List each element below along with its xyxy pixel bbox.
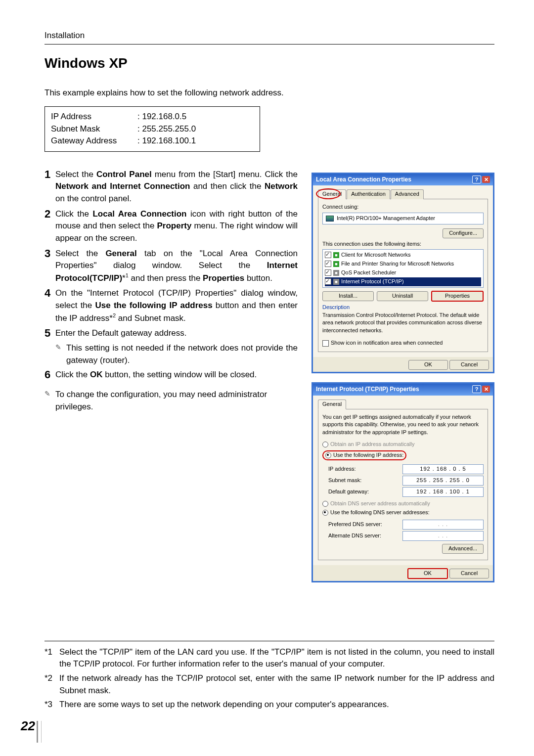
note-icon: ✎	[55, 342, 66, 366]
cancel-button[interactable]: Cancel	[449, 360, 489, 370]
intro-text: This example explains how to set the fol…	[44, 87, 494, 99]
footnotes: *1Select the "TCP/IP" item of the LAN ca…	[44, 641, 494, 711]
step-body: Enter the Default gateway address.	[55, 327, 298, 340]
fn-text: If the network already has the TCP/IP pr…	[59, 672, 494, 697]
step-num: 3	[44, 248, 55, 285]
step-body: Click the OK button, the setting window …	[55, 369, 298, 381]
step-body: Click the Local Area Connection icon wit…	[55, 208, 298, 245]
advanced-button[interactable]: Advanced...	[442, 544, 484, 554]
items-label: This connection uses the following items…	[322, 240, 484, 248]
help-icon[interactable]: ?	[472, 385, 481, 393]
step-body: Select the General tab on the "Local Are…	[55, 248, 298, 285]
step-num: 5	[44, 327, 55, 340]
tab-advanced[interactable]: Advanced	[391, 189, 424, 199]
radio-obtain-ip[interactable]	[322, 442, 328, 447]
tab-authentication[interactable]: Authentication	[347, 189, 390, 199]
step-num: 4	[44, 287, 55, 324]
client-icon: ■	[333, 252, 339, 258]
admin-note: ✎ To change the configuration, you may n…	[44, 389, 298, 413]
checkbox-icon[interactable]	[325, 252, 331, 258]
checkbox-icon[interactable]	[325, 269, 331, 276]
preferred-dns-label: Preferred DNS server:	[328, 521, 402, 529]
share-icon: ■	[333, 261, 339, 267]
radio-obtain-dns	[322, 501, 328, 507]
step-5-note: ✎ This setting is not needed if the netw…	[55, 342, 298, 366]
cancel-button[interactable]: Cancel	[449, 569, 489, 578]
uninstall-button[interactable]: Uninstall	[377, 291, 428, 301]
step-body: Select the Control Panel menu from the […	[55, 169, 298, 205]
tab-general[interactable]: General	[318, 400, 346, 409]
ip-address-label: IP address:	[328, 465, 402, 473]
tab-general[interactable]: General	[318, 189, 346, 199]
checkbox-icon[interactable]	[325, 278, 331, 285]
qos-icon: ■	[333, 270, 339, 276]
show-icon-checkbox[interactable]	[322, 340, 329, 347]
subnet-mask-label: Subnet Mask	[51, 123, 137, 135]
default-gateway-input[interactable]: 192 . 168 . 100 . 1	[402, 487, 484, 497]
lan-properties-dialog: Local Area Connection Properties ?✕ Gene…	[312, 173, 494, 373]
description-text: Transmission Control Protocol/Internet P…	[322, 311, 484, 335]
ok-button[interactable]: OK	[407, 568, 448, 579]
ip-address-label: IP Address	[51, 111, 137, 123]
gateway-label: Gateway Address	[51, 135, 137, 147]
note-icon: ✎	[44, 389, 55, 413]
step-num: 6	[44, 369, 55, 381]
fn-text: Select the "TCP/IP" item of the LAN card…	[59, 646, 494, 670]
nic-icon	[326, 216, 334, 222]
ip-address-input[interactable]: 192 . 168 . 0 . 5	[402, 464, 484, 474]
page-title: Windows XP	[44, 53, 494, 74]
subnet-mask-label: Subnet mask:	[328, 477, 402, 485]
page-number: 22	[21, 717, 35, 733]
subnet-mask-value: : 255.255.255.0	[137, 123, 196, 135]
step-5-note-text: This setting is not needed if the networ…	[66, 342, 298, 366]
fn-marker: *3	[44, 699, 59, 711]
tcpip-dialog-title: Internet Protocol (TCP/IP) Properties	[316, 385, 419, 394]
close-icon[interactable]: ✕	[482, 176, 490, 183]
default-gateway-label: Default gateway:	[328, 488, 402, 496]
configure-button[interactable]: Configure...	[443, 228, 484, 238]
checkbox-icon[interactable]	[325, 261, 331, 267]
step-num: 1	[44, 169, 55, 205]
page-section-header: Installation	[44, 30, 494, 44]
page-side-mark	[37, 721, 42, 733]
adapter-name: Intel(R) PRO/100+ Management Adapter	[337, 215, 435, 222]
close-icon[interactable]: ✕	[482, 386, 490, 393]
ip-address-value: : 192.168.0.5	[137, 111, 186, 123]
admin-note-text: To change the configuration, you may nee…	[55, 389, 298, 413]
install-button[interactable]: Install...	[322, 291, 374, 301]
subnet-mask-input[interactable]: 255 . 255 . 255 . 0	[402, 476, 484, 486]
alternate-dns-label: Alternate DNS server:	[328, 532, 402, 540]
description-heading: Description	[322, 304, 484, 311]
step-num: 2	[44, 208, 55, 245]
gateway-value: : 192.168.100.1	[137, 135, 196, 147]
steps-list: 1Select the Control Panel menu from the …	[44, 169, 298, 340]
radio-use-dns[interactable]	[322, 510, 328, 516]
properties-button[interactable]: Properties	[431, 291, 484, 302]
tcpip-intro: You can get IP settings assigned automat…	[322, 413, 484, 437]
preferred-dns-input[interactable]: . . .	[402, 520, 484, 530]
ip-settings-box: IP Address: 192.168.0.5 Subnet Mask: 255…	[44, 106, 260, 152]
fn-marker: *2	[44, 672, 59, 697]
radio-use-ip[interactable]	[325, 452, 331, 458]
tcpip-properties-dialog: Internet Protocol (TCP/IP) Properties ?✕…	[312, 382, 494, 582]
fn-text: There are some ways to set up the networ…	[59, 699, 389, 711]
ok-button[interactable]: OK	[408, 360, 448, 370]
fn-marker: *1	[44, 646, 59, 670]
alternate-dns-input[interactable]: . . .	[402, 531, 484, 541]
step-body: On the "Internet Protocol (TCP/IP) Prope…	[55, 287, 298, 324]
tcpip-icon: ■	[333, 279, 339, 285]
connect-using-label: Connect using:	[322, 203, 484, 211]
connection-items-list[interactable]: ■Client for Microsoft Networks ■File and…	[322, 249, 484, 288]
help-icon[interactable]: ?	[472, 176, 481, 183]
lan-dialog-title: Local Area Connection Properties	[316, 176, 411, 184]
